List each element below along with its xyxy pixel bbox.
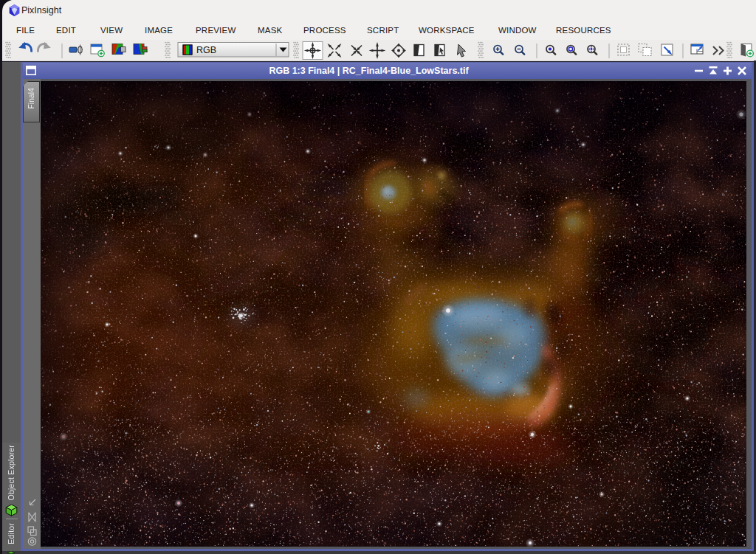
svg-text:RGB: RGB (196, 45, 216, 55)
